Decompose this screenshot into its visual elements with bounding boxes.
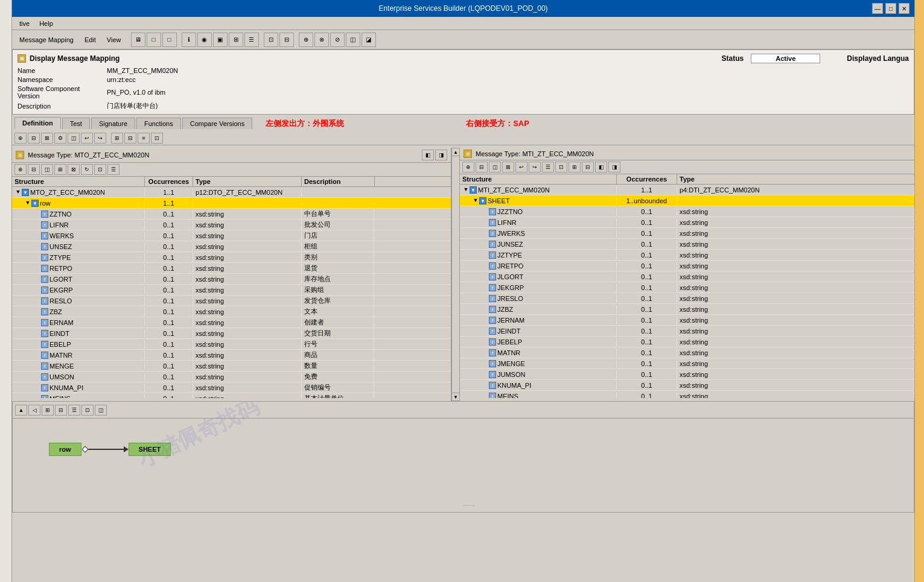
toolbar-btn-10[interactable]: ⊕: [299, 33, 313, 47]
def-btn-10[interactable]: ≡: [138, 133, 150, 144]
left-panel-btn-2[interactable]: ◨: [435, 150, 447, 160]
rp-btn-4[interactable]: ⊠: [502, 162, 514, 172]
right-tree-row-2[interactable]: fJZZTNO0..1xsd:string: [460, 206, 914, 217]
rp-btn-2[interactable]: ⊟: [476, 162, 488, 172]
left-tree-row-6[interactable]: fZTYPE0..1xsd:string类别: [12, 252, 451, 263]
left-panel-btn-1[interactable]: ◧: [422, 150, 434, 160]
right-tree-row-11[interactable]: fJZBZ0..1xsd:string: [460, 304, 914, 315]
menu-tive[interactable]: tive: [14, 19, 34, 28]
canvas-btn-6[interactable]: ⊡: [81, 405, 94, 416]
toolbar-btn-info[interactable]: ℹ: [182, 33, 196, 47]
toolbar-btn-9[interactable]: ⊟: [279, 33, 294, 47]
lp-btn-7[interactable]: ⊡: [94, 164, 106, 175]
right-tree-row-10[interactable]: fJRESLO0..1xsd:string: [460, 293, 914, 304]
left-tree-row-11[interactable]: fZBZ0..1xsd:string文本: [12, 306, 451, 317]
left-tree-row-1[interactable]: ▼▼row1..1: [12, 198, 451, 209]
toolbar-btn-13[interactable]: ◫: [346, 33, 360, 47]
tab-definition[interactable]: Definition: [14, 117, 61, 129]
toolbar-btn-8[interactable]: ⊡: [264, 33, 278, 47]
rp-btn-11[interactable]: ◧: [595, 162, 607, 172]
right-tree-row-16[interactable]: fJMENGE0..1xsd:string: [460, 358, 914, 369]
lp-btn-6[interactable]: ↻: [81, 164, 93, 175]
lp-btn-8[interactable]: ☰: [107, 164, 119, 175]
lp-btn-1[interactable]: ⊕: [14, 164, 27, 175]
tab-test[interactable]: Test: [62, 118, 90, 129]
canvas-btn-4[interactable]: ⊟: [55, 405, 67, 416]
def-btn-2[interactable]: ⊟: [28, 133, 40, 144]
rp-btn-7[interactable]: ☰: [542, 162, 554, 172]
def-btn-11[interactable]: ⊡: [151, 133, 163, 144]
right-tree-row-3[interactable]: fLIFNR0..1xsd:string: [460, 217, 914, 228]
close-button[interactable]: ✕: [899, 3, 910, 14]
toolbar-btn-4[interactable]: ◉: [197, 33, 212, 47]
menu-help[interactable]: Help: [34, 19, 58, 28]
left-tree-row-4[interactable]: fWERKS0..1xsd:string门店: [12, 230, 451, 241]
scroll-down-btn[interactable]: ▼: [451, 393, 460, 401]
toolbar-btn-11[interactable]: ⊗: [314, 33, 329, 47]
right-tree-row-18[interactable]: fKNUMA_PI0..1xsd:string: [460, 380, 914, 391]
view-menu[interactable]: View: [102, 35, 126, 45]
left-tree-row-16[interactable]: fMENGE0..1xsd:string数量: [12, 361, 451, 372]
right-tree-row-5[interactable]: fJUNSEZ0..1xsd:string: [460, 239, 914, 250]
right-tree-row-4[interactable]: fJWERKS0..1xsd:string: [460, 228, 914, 239]
canvas-btn-1[interactable]: ▲: [15, 405, 27, 416]
toolbar-btn-2[interactable]: □: [147, 33, 161, 47]
left-tree-row-14[interactable]: fEBELP0..1xsd:string行号: [12, 339, 451, 350]
right-tree-row-6[interactable]: fJZTYPE0..1xsd:string: [460, 250, 914, 261]
lp-btn-4[interactable]: ⊞: [54, 164, 66, 175]
left-tree-row-2[interactable]: fZZTNO0..1xsd:string中台单号: [12, 209, 451, 220]
rp-btn-9[interactable]: ⊞: [569, 162, 581, 172]
rp-btn-6[interactable]: ↪: [529, 162, 541, 172]
def-btn-8[interactable]: ⊞: [111, 133, 123, 144]
rp-btn-12[interactable]: ◨: [608, 162, 620, 172]
rp-btn-3[interactable]: ◫: [489, 162, 501, 172]
right-tree-row-0[interactable]: ▼▼MTI_ZT_ECC_MM020N1..1p4:DTI_ZT_ECC_MM0…: [460, 185, 914, 195]
def-btn-9[interactable]: ⊟: [124, 133, 136, 144]
maximize-button[interactable]: □: [885, 3, 896, 14]
tab-functions[interactable]: Functions: [136, 118, 181, 129]
left-tree-row-8[interactable]: fLGORT0..1xsd:string库存地点: [12, 274, 451, 285]
toolbar-btn-7[interactable]: ☰: [244, 33, 259, 47]
right-tree-row-1[interactable]: ▼▼SHEET1..unbounded: [460, 195, 914, 206]
canvas-btn-3[interactable]: ⊞: [42, 405, 54, 416]
right-tree-row-7[interactable]: fJRETPO0..1xsd:string: [460, 261, 914, 271]
lp-btn-5[interactable]: ⊠: [68, 164, 80, 175]
toolbar-btn-12[interactable]: ⊘: [330, 33, 345, 47]
def-btn-1[interactable]: ⊕: [14, 133, 27, 144]
left-tree-row-13[interactable]: fEINDT0..1xsd:string交货日期: [12, 328, 451, 339]
left-tree-row-7[interactable]: fRETPO0..1xsd:string退货: [12, 263, 451, 274]
lp-btn-3[interactable]: ◫: [41, 164, 53, 175]
right-tree-row-14[interactable]: fJEBELP0..1xsd:string: [460, 337, 914, 347]
toolbar-btn-1[interactable]: 🖥: [131, 33, 145, 47]
toolbar-btn-3[interactable]: □: [162, 33, 177, 47]
right-tree-row-15[interactable]: fMATNR0..1xsd:string: [460, 347, 914, 358]
canvas-btn-5[interactable]: ☰: [68, 405, 80, 416]
rp-btn-5[interactable]: ↩: [515, 162, 527, 172]
rp-btn-10[interactable]: ⊟: [582, 162, 594, 172]
toolbar-btn-5[interactable]: ▣: [213, 33, 228, 47]
left-tree-row-17[interactable]: fUMSON0..1xsd:string免费: [12, 372, 451, 382]
scroll-up-btn[interactable]: ▲: [451, 148, 460, 156]
def-btn-3[interactable]: ⊠: [41, 133, 53, 144]
lp-btn-2[interactable]: ⊟: [28, 164, 40, 175]
left-tree-row-15[interactable]: fMATNR0..1xsd:string商品: [12, 350, 451, 361]
right-tree-row-12[interactable]: fJERNAM0..1xsd:string: [460, 315, 914, 326]
def-btn-7[interactable]: ↪: [94, 133, 106, 144]
right-tree-row-8[interactable]: fJLGORT0..1xsd:string: [460, 271, 914, 282]
rp-btn-1[interactable]: ⊕: [462, 162, 474, 172]
left-tree-row-0[interactable]: ▼▼MTO_ZT_ECC_MM020N1..1p12:DTO_ZT_ECC_MM…: [12, 187, 451, 198]
minimize-button[interactable]: —: [872, 3, 883, 14]
def-btn-4[interactable]: ⚙: [54, 133, 66, 144]
toolbar-btn-6[interactable]: ⊞: [229, 33, 243, 47]
left-tree-row-3[interactable]: fLIFNR0..1xsd:string批发公司: [12, 220, 451, 230]
right-tree-row-13[interactable]: fJEINDT0..1xsd:string: [460, 326, 914, 337]
tab-compare-versions[interactable]: Compare Versions: [182, 118, 253, 129]
right-tree-row-19[interactable]: fMEINS0..1xsd:string: [460, 391, 914, 398]
edit-menu[interactable]: Edit: [80, 35, 101, 45]
toolbar-btn-14[interactable]: ◪: [362, 33, 376, 47]
left-tree-row-10[interactable]: fRESLO0..1xsd:string发货仓库: [12, 296, 451, 306]
message-mapping-menu[interactable]: Message Mapping: [14, 35, 78, 45]
left-tree-row-9[interactable]: fEKGRP0..1xsd:string采购组: [12, 285, 451, 296]
canvas-btn-2[interactable]: ◁: [28, 405, 40, 416]
left-tree-row-19[interactable]: fMEINS0..1xsd:string基本计量单位: [12, 393, 451, 398]
